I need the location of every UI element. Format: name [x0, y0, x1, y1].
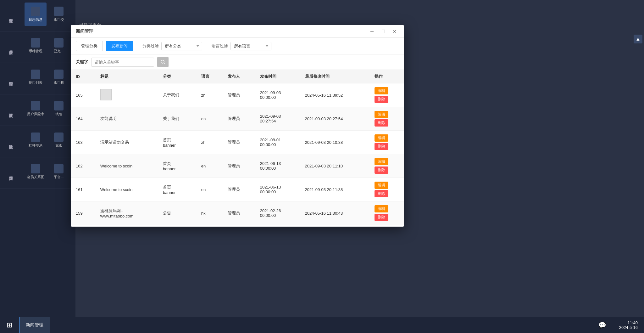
taskbar-message-icon[interactable]: 💬: [598, 321, 606, 329]
news-table-container: ID 标题 分类 语言 发布人 发布时间 最后修改时间 操作 165 关于我们 …: [71, 70, 404, 227]
sidebar-item-currency[interactable]: 币币交: [48, 3, 70, 26]
coin-mgmt-icon: [31, 38, 40, 48]
category-filter-select[interactable]: 所有分类: [161, 42, 202, 50]
cell-last-modified: 2021-09-03 20:11:10: [300, 154, 369, 178]
cell-id: 163: [71, 131, 95, 154]
col-last-modified: 最后修改时间: [300, 70, 369, 83]
delete-button[interactable]: 删除: [375, 143, 388, 150]
delete-button[interactable]: 删除: [375, 96, 388, 103]
search-button[interactable]: [157, 57, 169, 67]
cell-id: 164: [71, 107, 95, 131]
thumbnail-image: [100, 89, 112, 100]
taskbar-news-management[interactable]: 新闻管理: [19, 317, 50, 333]
sidebar-item-deposit[interactable]: 充币: [48, 128, 70, 152]
leverage-icon: [31, 133, 40, 142]
sidebar-item-log[interactable]: 日志信息: [25, 3, 47, 26]
cell-title: 功能说明: [95, 107, 158, 131]
cell-language: hk: [196, 201, 223, 225]
table-header-row: ID 标题 分类 语言 发布人 发布时间 最后修改时间 操作: [71, 70, 404, 83]
delete-button[interactable]: 删除: [375, 214, 388, 221]
window-title: 新闻管理: [76, 29, 368, 34]
window-titlebar: 新闻管理 ─ ☐ ✕: [71, 25, 404, 38]
wallet-icon: [54, 101, 64, 110]
cell-language: en: [196, 178, 223, 201]
cell-actions: 编辑 删除: [369, 178, 404, 201]
table-row: 159 蜜桃源码网--www.mitaobo.com 公告 hk 管理员 202…: [71, 201, 404, 225]
cell-category: 关于我们: [158, 107, 196, 131]
cell-publish-time: 2021-02-2600:00:00: [255, 201, 300, 225]
sidebar-label-kyc[interactable]: 实名认证管: [0, 94, 22, 126]
edit-button[interactable]: 编辑: [375, 111, 388, 118]
taskbar: ⊞ 新闻管理 💬 11:40 2024-5-16: [0, 317, 644, 333]
delete-button[interactable]: 删除: [375, 166, 388, 174]
cell-title: 蜜桃源码网--www.mitaobo.com: [95, 201, 158, 225]
desktop: 基础设置 投诉建议 秒合约仓位 已送加平台 ▲ 角色管理 日志信息 币币交: [0, 0, 644, 333]
sidebar-item-risk[interactable]: 用户风险率: [25, 97, 47, 121]
sidebar-item-leverage[interactable]: 杠杆交易: [25, 128, 47, 152]
taskbar-clock: 11:40 2024-5-16: [619, 320, 638, 330]
table-row: 161 Welcome to scoin 首页banner en 管理员 202…: [71, 178, 404, 201]
col-title: 标题: [95, 70, 158, 83]
maximize-button[interactable]: ☐: [379, 27, 388, 36]
cell-publish-time: 2021-06-1300:00:00: [255, 178, 300, 201]
sidebar-item-wallet[interactable]: 钱包: [48, 97, 70, 121]
delete-button[interactable]: 删除: [375, 119, 388, 127]
cell-last-modified: 2021-09-03 20:27:54: [300, 107, 369, 131]
sidebar-label-advanced[interactable]: 高级认证: [0, 126, 22, 157]
delete-button[interactable]: 删除: [375, 190, 388, 197]
cell-last-modified: 2024-05-16 11:30:43: [300, 201, 369, 225]
edit-button[interactable]: 编辑: [375, 158, 388, 165]
cell-language: zh: [196, 131, 223, 154]
table-row: 164 功能说明 关于我们 en 管理员 2021-09-0320:27:54 …: [71, 107, 404, 131]
withdraw-icon: [31, 70, 40, 79]
sidebar-item-completed[interactable]: 已完...: [48, 34, 70, 58]
cell-language: en: [196, 154, 223, 178]
start-button[interactable]: ⊞: [0, 317, 19, 333]
cell-publisher: 管理员: [223, 201, 255, 225]
sidebar-label-user[interactable]: 用户管理: [0, 63, 22, 94]
cell-last-modified: 2024-05-16 11:39:52: [300, 83, 369, 107]
cell-actions: 编辑 删除: [369, 225, 404, 227]
cell-id: 161: [71, 178, 95, 201]
category-filter-label: 分类过滤: [142, 43, 159, 49]
svg-line-1: [164, 63, 165, 64]
edit-button[interactable]: 编辑: [375, 87, 388, 94]
sidebar-label-news[interactable]: 新闻管理: [0, 157, 22, 189]
close-button[interactable]: ✕: [390, 27, 399, 36]
clock-date: 2024-5-16: [619, 325, 638, 330]
tab-publish-news[interactable]: 发布新闻: [106, 41, 133, 51]
cell-publish-time: 2021-08-0100:00:00: [255, 131, 300, 154]
sidebar-item-withdraw[interactable]: 提币列表: [25, 65, 47, 89]
cell-category: 首页banner: [158, 131, 196, 154]
edit-button[interactable]: 编辑: [375, 134, 388, 142]
cell-category: 公告: [158, 201, 196, 225]
cell-publisher: 管理员: [223, 131, 255, 154]
tab-manage-category[interactable]: 管理分类: [76, 41, 103, 51]
sidebar-item-member[interactable]: 会员关系图: [25, 160, 47, 183]
table-row: 165 关于我们 zh 管理员 2021-09-0300:00:00 2024-…: [71, 83, 404, 107]
cell-category: 关于我们: [158, 83, 196, 107]
sidebar-item-coin-mgmt[interactable]: 币种管理: [25, 34, 47, 58]
edit-button[interactable]: 编辑: [375, 205, 388, 212]
cell-publisher: 管理员: [223, 83, 255, 107]
minimize-button[interactable]: ─: [368, 27, 376, 36]
edit-button[interactable]: 编辑: [375, 182, 388, 189]
cell-id: 162: [71, 154, 95, 178]
cell-actions: 编辑 删除: [369, 154, 404, 178]
cell-publish-time: 2021-09-0320:27:54: [255, 107, 300, 131]
search-input[interactable]: [91, 58, 154, 67]
completed-icon: [54, 38, 64, 48]
table-row: 154 d 区块链学堂 zh 管理员 2021-02-0900:00:00 20…: [71, 225, 404, 227]
col-id: ID: [71, 70, 95, 83]
cell-category: 首页banner: [158, 154, 196, 178]
scroll-up-button[interactable]: ▲: [634, 35, 642, 43]
cell-title: [95, 83, 158, 107]
language-filter-select[interactable]: 所有语言: [230, 42, 271, 50]
sidebar-label-role[interactable]: 角色管理: [0, 0, 22, 31]
cell-publish-time: 2021-09-0300:00:00: [255, 83, 300, 107]
cell-last-modified: 2021-02-16 01:19:52: [300, 225, 369, 227]
sidebar-label-admin[interactable]: 后台管理员: [0, 31, 22, 63]
sidebar-item-coin2[interactable]: 币币机: [48, 65, 70, 89]
cell-id: 159: [71, 201, 95, 225]
sidebar-item-platform[interactable]: 平台...: [48, 160, 70, 183]
